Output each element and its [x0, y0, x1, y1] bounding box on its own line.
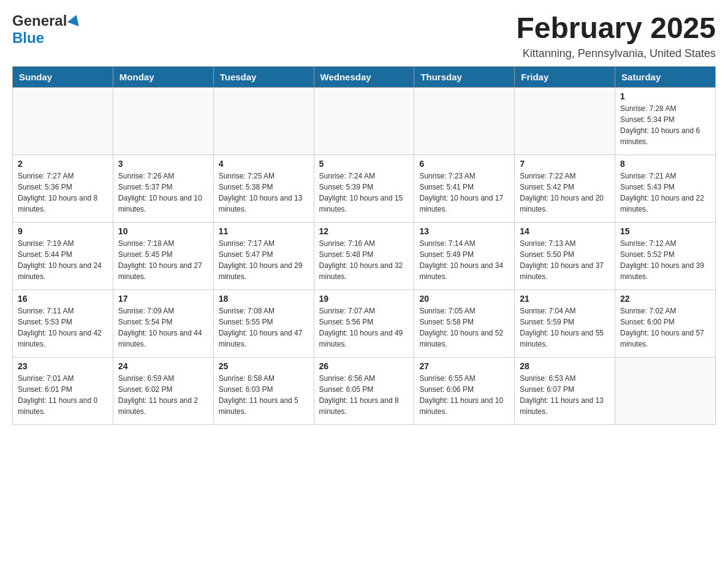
day-number: 23	[18, 361, 108, 371]
calendar-week-row: 9Sunrise: 7:19 AM Sunset: 5:44 PM Daylig…	[13, 222, 716, 289]
day-number: 26	[319, 361, 409, 371]
calendar-cell: 19Sunrise: 7:07 AM Sunset: 5:56 PM Dayli…	[314, 289, 414, 357]
day-info: Sunrise: 7:12 AM Sunset: 5:52 PM Dayligh…	[620, 238, 710, 282]
day-info: Sunrise: 6:59 AM Sunset: 6:02 PM Dayligh…	[118, 373, 208, 417]
calendar-day-header: Monday	[113, 66, 213, 87]
calendar-cell	[515, 87, 615, 155]
day-info: Sunrise: 6:58 AM Sunset: 6:03 PM Dayligh…	[219, 373, 309, 417]
day-number: 4	[219, 159, 309, 169]
day-info: Sunrise: 7:26 AM Sunset: 5:37 PM Dayligh…	[118, 170, 208, 215]
day-number: 14	[520, 226, 610, 236]
calendar-cell: 8Sunrise: 7:21 AM Sunset: 5:43 PM Daylig…	[615, 155, 716, 222]
calendar-cell: 1Sunrise: 7:28 AM Sunset: 5:34 PM Daylig…	[615, 87, 716, 155]
day-number: 9	[18, 226, 108, 236]
calendar-cell: 14Sunrise: 7:13 AM Sunset: 5:50 PM Dayli…	[515, 222, 615, 289]
day-number: 21	[520, 294, 610, 304]
day-info: Sunrise: 7:22 AM Sunset: 5:42 PM Dayligh…	[520, 170, 610, 215]
calendar-cell: 16Sunrise: 7:11 AM Sunset: 5:53 PM Dayli…	[13, 289, 113, 357]
day-info: Sunrise: 7:02 AM Sunset: 6:00 PM Dayligh…	[620, 305, 710, 350]
calendar-cell: 27Sunrise: 6:55 AM Sunset: 6:06 PM Dayli…	[414, 357, 515, 424]
calendar-cell: 9Sunrise: 7:19 AM Sunset: 5:44 PM Daylig…	[13, 222, 113, 289]
day-number: 1	[620, 91, 710, 101]
day-info: Sunrise: 7:24 AM Sunset: 5:39 PM Dayligh…	[319, 170, 409, 215]
calendar-day-header: Tuesday	[213, 66, 314, 87]
calendar-day-header: Friday	[515, 66, 615, 87]
day-number: 19	[319, 294, 409, 304]
calendar-cell	[113, 87, 213, 155]
calendar-cell: 26Sunrise: 6:56 AM Sunset: 6:05 PM Dayli…	[314, 357, 414, 424]
page-header: General Blue February 2025 Kittanning, P…	[12, 12, 716, 60]
calendar-cell: 18Sunrise: 7:08 AM Sunset: 5:55 PM Dayli…	[213, 289, 314, 357]
calendar-cell: 22Sunrise: 7:02 AM Sunset: 6:00 PM Dayli…	[615, 289, 716, 357]
day-number: 16	[18, 294, 108, 304]
day-number: 17	[118, 294, 208, 304]
calendar-cell: 7Sunrise: 7:22 AM Sunset: 5:42 PM Daylig…	[515, 155, 615, 222]
logo-triangle-icon	[67, 13, 82, 26]
calendar-cell: 2Sunrise: 7:27 AM Sunset: 5:36 PM Daylig…	[13, 155, 113, 222]
day-number: 18	[219, 294, 309, 304]
day-info: Sunrise: 7:01 AM Sunset: 6:01 PM Dayligh…	[18, 373, 108, 417]
day-number: 6	[419, 159, 509, 169]
day-info: Sunrise: 7:07 AM Sunset: 5:56 PM Dayligh…	[319, 305, 409, 350]
calendar-cell: 12Sunrise: 7:16 AM Sunset: 5:48 PM Dayli…	[314, 222, 414, 289]
day-number: 27	[419, 361, 509, 371]
calendar-cell: 23Sunrise: 7:01 AM Sunset: 6:01 PM Dayli…	[13, 357, 113, 424]
day-number: 12	[319, 226, 409, 236]
day-info: Sunrise: 7:09 AM Sunset: 5:54 PM Dayligh…	[118, 305, 208, 350]
calendar-day-header: Wednesday	[314, 66, 414, 87]
day-info: Sunrise: 7:23 AM Sunset: 5:41 PM Dayligh…	[419, 170, 509, 215]
day-number: 15	[620, 226, 710, 236]
calendar-cell: 28Sunrise: 6:53 AM Sunset: 6:07 PM Dayli…	[515, 357, 615, 424]
calendar-cell	[314, 87, 414, 155]
day-number: 7	[520, 159, 610, 169]
logo-general-text: General	[12, 12, 67, 29]
day-info: Sunrise: 6:56 AM Sunset: 6:05 PM Dayligh…	[319, 373, 409, 417]
day-info: Sunrise: 7:08 AM Sunset: 5:55 PM Dayligh…	[219, 305, 309, 350]
day-number: 2	[18, 159, 108, 169]
day-number: 10	[118, 226, 208, 236]
day-info: Sunrise: 7:27 AM Sunset: 5:36 PM Dayligh…	[18, 170, 108, 215]
calendar-cell: 15Sunrise: 7:12 AM Sunset: 5:52 PM Dayli…	[615, 222, 716, 289]
day-info: Sunrise: 7:05 AM Sunset: 5:58 PM Dayligh…	[419, 305, 509, 350]
day-info: Sunrise: 7:13 AM Sunset: 5:50 PM Dayligh…	[520, 238, 610, 282]
calendar-day-header: Sunday	[13, 66, 113, 87]
day-info: Sunrise: 6:53 AM Sunset: 6:07 PM Dayligh…	[520, 373, 610, 417]
calendar-cell: 20Sunrise: 7:05 AM Sunset: 5:58 PM Dayli…	[414, 289, 515, 357]
day-number: 8	[620, 159, 710, 169]
calendar-cell: 6Sunrise: 7:23 AM Sunset: 5:41 PM Daylig…	[414, 155, 515, 222]
calendar-day-header: Saturday	[615, 66, 716, 87]
day-number: 24	[118, 361, 208, 371]
calendar-week-row: 2Sunrise: 7:27 AM Sunset: 5:36 PM Daylig…	[13, 155, 716, 222]
day-number: 25	[219, 361, 309, 371]
calendar-cell	[414, 87, 515, 155]
calendar-cell: 13Sunrise: 7:14 AM Sunset: 5:49 PM Dayli…	[414, 222, 515, 289]
day-info: Sunrise: 7:11 AM Sunset: 5:53 PM Dayligh…	[18, 305, 108, 350]
logo-blue-text: Blue	[12, 29, 44, 47]
calendar-cell: 21Sunrise: 7:04 AM Sunset: 5:59 PM Dayli…	[515, 289, 615, 357]
day-number: 3	[118, 159, 208, 169]
calendar-cell: 3Sunrise: 7:26 AM Sunset: 5:37 PM Daylig…	[113, 155, 213, 222]
day-info: Sunrise: 7:25 AM Sunset: 5:38 PM Dayligh…	[219, 170, 309, 215]
day-info: Sunrise: 7:18 AM Sunset: 5:45 PM Dayligh…	[118, 238, 208, 282]
day-number: 5	[319, 159, 409, 169]
calendar-week-row: 1Sunrise: 7:28 AM Sunset: 5:34 PM Daylig…	[13, 87, 716, 155]
calendar-header-row: SundayMondayTuesdayWednesdayThursdayFrid…	[13, 66, 716, 87]
calendar-cell	[213, 87, 314, 155]
logo: General Blue	[12, 12, 81, 47]
calendar-cell: 4Sunrise: 7:25 AM Sunset: 5:38 PM Daylig…	[213, 155, 314, 222]
calendar-cell: 10Sunrise: 7:18 AM Sunset: 5:45 PM Dayli…	[113, 222, 213, 289]
day-number: 22	[620, 294, 710, 304]
calendar-table: SundayMondayTuesdayWednesdayThursdayFrid…	[12, 66, 716, 425]
calendar-week-row: 16Sunrise: 7:11 AM Sunset: 5:53 PM Dayli…	[13, 289, 716, 357]
calendar-cell	[615, 357, 716, 424]
day-number: 20	[419, 294, 509, 304]
day-number: 11	[219, 226, 309, 236]
location-subtitle: Kittanning, Pennsylvania, United States	[516, 47, 716, 60]
title-section: February 2025 Kittanning, Pennsylvania, …	[516, 12, 716, 60]
day-info: Sunrise: 7:28 AM Sunset: 5:34 PM Dayligh…	[620, 103, 710, 147]
day-info: Sunrise: 7:21 AM Sunset: 5:43 PM Dayligh…	[620, 170, 710, 215]
month-title: February 2025	[516, 12, 716, 45]
day-number: 13	[419, 226, 509, 236]
day-info: Sunrise: 7:14 AM Sunset: 5:49 PM Dayligh…	[419, 238, 509, 282]
calendar-cell	[13, 87, 113, 155]
